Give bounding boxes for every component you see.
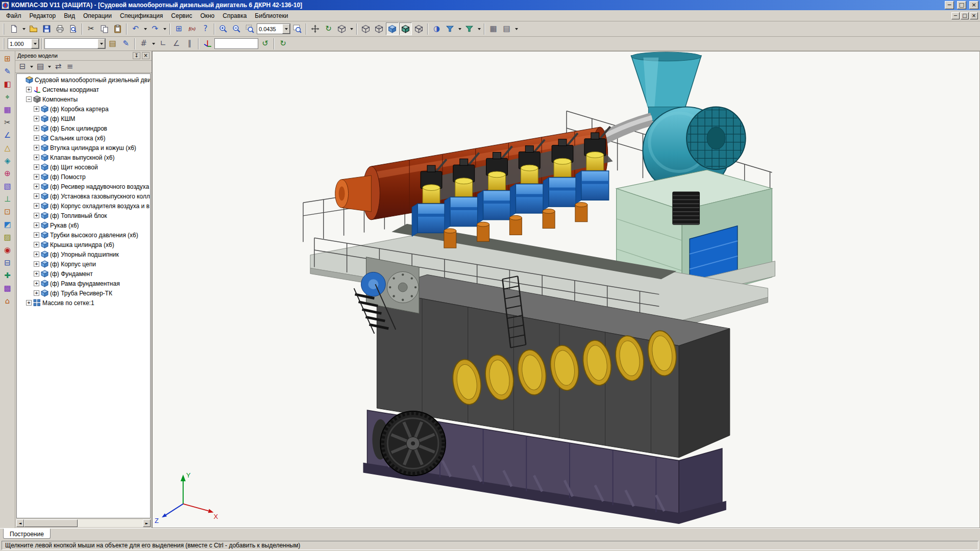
display-filter[interactable] xyxy=(463,22,476,35)
scroll-track[interactable] xyxy=(24,519,143,527)
tree-row[interactable]: +(ф) Помостр xyxy=(17,172,150,182)
new-document[interactable] xyxy=(8,22,20,35)
panel-rib[interactable]: ▧ xyxy=(2,180,14,192)
tree-row[interactable]: +(ф) Рама фундаментная xyxy=(17,279,150,288)
zoom-scale-combo[interactable] xyxy=(257,23,290,34)
close-panel-icon[interactable]: × xyxy=(142,52,150,59)
display-filter-dropdown[interactable] xyxy=(476,22,482,35)
3d-viewport[interactable]: Y X Z xyxy=(152,51,980,528)
zoom-all[interactable] xyxy=(291,22,304,35)
tree-expander[interactable]: + xyxy=(34,290,39,296)
tree-row[interactable]: +(ф) Ресивер наддувочного воздуха xyxy=(17,182,150,191)
tree-expander[interactable]: + xyxy=(34,193,39,199)
reports-dropdown[interactable] xyxy=(513,22,519,35)
tree-expander[interactable]: + xyxy=(34,222,39,228)
doc-minimize-button[interactable]: − xyxy=(951,12,960,19)
tree-row[interactable]: +(ф) Щит носовой xyxy=(17,162,150,172)
document-manager[interactable]: ⊞ xyxy=(173,22,185,35)
tree-expander[interactable]: + xyxy=(34,116,39,121)
menu-item-4[interactable]: Спецификация xyxy=(116,11,167,21)
doc-restore-button[interactable]: □ xyxy=(961,12,969,19)
panel-array[interactable]: ⊡ xyxy=(2,206,14,218)
panel-cut[interactable]: ✂ xyxy=(2,116,14,129)
zoom-in[interactable] xyxy=(217,22,230,35)
scroll-right-arrow-icon[interactable]: ► xyxy=(143,519,151,527)
local-csys[interactable] xyxy=(201,37,214,50)
print-preview[interactable] xyxy=(67,22,80,35)
tree-row[interactable]: +Рукав (x6) xyxy=(17,220,150,230)
tree-row[interactable]: +(ф) Установка газовыпускного колл xyxy=(17,191,150,201)
tree-expander[interactable]: − xyxy=(26,96,32,102)
panel-plane[interactable]: ⊟ xyxy=(2,257,14,269)
pin-panel-icon[interactable]: ↧ xyxy=(133,52,140,59)
print[interactable] xyxy=(54,22,66,35)
tree-expander[interactable]: + xyxy=(34,155,39,160)
spec-window[interactable]: ▦ xyxy=(487,22,500,35)
tree-expander[interactable]: + xyxy=(34,184,39,189)
hidden-lines-display[interactable] xyxy=(373,22,385,35)
tree-row[interactable]: +(ф) Топливный блок xyxy=(17,211,150,220)
tree-row[interactable]: +Массив по сетке:1 xyxy=(17,298,150,308)
tree-row[interactable]: +(ф) Корпус охладителя воздуха и в xyxy=(17,201,150,211)
tree-expander[interactable]: + xyxy=(26,300,32,306)
paste[interactable] xyxy=(111,22,124,35)
current-scale-combo-value[interactable] xyxy=(8,41,31,47)
panel-pattern[interactable]: ▩ xyxy=(2,282,14,294)
tree-expander[interactable]: + xyxy=(34,213,39,218)
maximize-button[interactable]: □ xyxy=(957,1,966,9)
tree-row[interactable]: +Крышка цилиндра (x6) xyxy=(17,240,150,249)
tree-row[interactable]: +(ф) Блок цилиндров xyxy=(17,123,150,133)
perspective-display[interactable] xyxy=(412,22,425,35)
tree-composition[interactable]: ▤ xyxy=(35,61,46,72)
snap-angle[interactable]: ∠ xyxy=(170,37,183,50)
menu-item-8[interactable]: Библиотеки xyxy=(251,11,292,21)
toolbar-grip[interactable] xyxy=(3,23,6,35)
tree-expander[interactable]: + xyxy=(26,87,32,92)
tree-row[interactable]: +(ф) Корпус цепи xyxy=(17,259,150,269)
menu-item-1[interactable]: Редактор xyxy=(26,11,60,21)
tree-expander[interactable]: + xyxy=(34,164,39,170)
tree-row[interactable]: +(ф) Труба Ресивер-ТК xyxy=(17,288,150,298)
rotate-view[interactable]: ↻ xyxy=(322,22,335,35)
panel-surface[interactable]: ◩ xyxy=(2,218,14,231)
tree-row[interactable]: Судовой малооборотный дизельный двигате xyxy=(17,75,150,85)
panel-axis[interactable]: ◧ xyxy=(2,78,14,90)
tree-expander[interactable]: + xyxy=(34,145,39,151)
panel-standard[interactable]: ⊞ xyxy=(2,53,14,65)
current-layer-combo-value[interactable] xyxy=(45,41,97,47)
current-layer-combo-dropdown[interactable] xyxy=(97,39,105,48)
tree-row[interactable]: +Сальник штока (x6) xyxy=(17,133,150,143)
undo[interactable]: ↶ xyxy=(129,22,142,35)
tree-expander[interactable]: + xyxy=(34,261,39,267)
undo-dropdown[interactable] xyxy=(142,22,148,35)
tree-parameters[interactable]: ≡ xyxy=(64,61,76,72)
panel-hole[interactable]: ⊕ xyxy=(2,167,14,180)
tree-row[interactable]: +Системы координат xyxy=(17,85,150,94)
tree-relations[interactable]: ⇄ xyxy=(53,61,64,72)
panel-draft[interactable]: ⊥ xyxy=(2,193,14,205)
coordinate-input[interactable] xyxy=(214,38,258,49)
snap-align[interactable]: ∥ xyxy=(183,37,196,50)
tree-row[interactable]: +(ф) Коробка картера xyxy=(17,104,150,114)
tree-structure-dropdown[interactable] xyxy=(29,60,34,73)
section-display[interactable]: ◑ xyxy=(430,22,443,35)
panel-fillet[interactable]: △ xyxy=(2,142,14,154)
copy[interactable] xyxy=(98,22,111,35)
tree-expander[interactable]: + xyxy=(34,281,39,286)
context-help[interactable]: ? xyxy=(199,22,212,35)
tree-composition-dropdown[interactable] xyxy=(46,60,52,73)
variables[interactable]: f(x) xyxy=(186,22,199,35)
doc-close-button[interactable]: × xyxy=(970,12,978,19)
tree-expander[interactable]: + xyxy=(34,106,39,112)
tree-row[interactable]: −Компоненты xyxy=(17,94,150,104)
tree-expander[interactable]: + xyxy=(34,135,39,141)
tree-row[interactable]: +(ф) Упорный подшипник xyxy=(17,249,150,259)
panel-extrude[interactable]: ▦ xyxy=(2,104,14,116)
shaded-edges-display[interactable] xyxy=(399,22,412,35)
panel-curve[interactable]: ▨ xyxy=(2,231,14,243)
panel-point[interactable]: ◉ xyxy=(2,244,14,256)
tree-row[interactable]: +Втулка цилиндра и кожуш (x6) xyxy=(17,143,150,153)
tree-row[interactable]: +(ф) КШМ xyxy=(17,114,150,123)
tree-expander[interactable]: + xyxy=(34,232,39,238)
orientation-dropdown[interactable] xyxy=(349,22,354,35)
